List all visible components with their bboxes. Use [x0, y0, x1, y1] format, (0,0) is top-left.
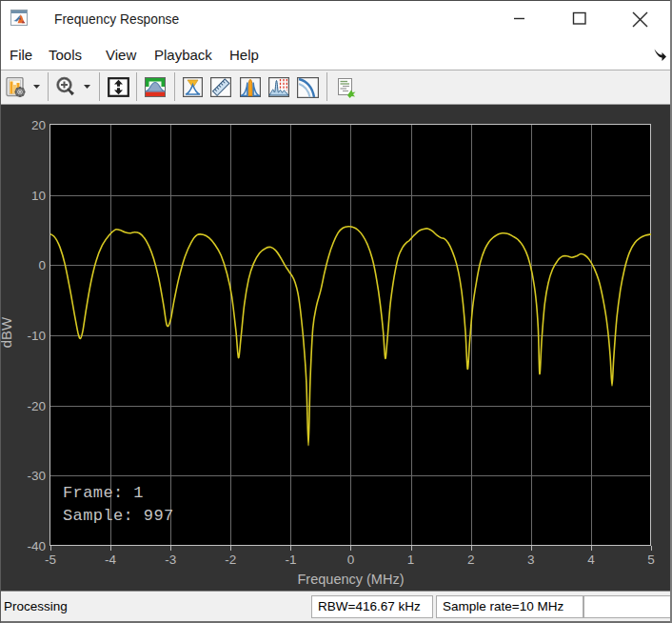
svg-text:-5: -5: [45, 553, 56, 567]
svg-text:3: 3: [527, 553, 535, 567]
svg-text:-10: -10: [27, 329, 46, 343]
svg-text:10: 10: [31, 189, 46, 203]
svg-text:1: 1: [407, 553, 415, 567]
svg-text:-40: -40: [27, 539, 46, 553]
svg-text:-3: -3: [165, 553, 176, 567]
svg-text:Sample: 997: Sample: 997: [63, 507, 174, 525]
svg-text:-30: -30: [27, 469, 46, 483]
svg-text:0: 0: [38, 258, 46, 272]
svg-text:20: 20: [31, 118, 46, 132]
svg-text:4: 4: [587, 553, 595, 567]
svg-text:dBW: dBW: [0, 316, 14, 348]
svg-text:5: 5: [647, 553, 655, 567]
svg-text:0: 0: [347, 553, 355, 567]
svg-text:-20: -20: [27, 399, 46, 413]
svg-text:Frame: 1: Frame: 1: [63, 484, 144, 502]
svg-text:Frequency (MHz): Frequency (MHz): [298, 572, 405, 587]
svg-text:2: 2: [467, 553, 475, 567]
svg-text:-1: -1: [285, 553, 296, 567]
svg-text:-4: -4: [105, 553, 116, 567]
svg-text:-2: -2: [225, 553, 236, 567]
